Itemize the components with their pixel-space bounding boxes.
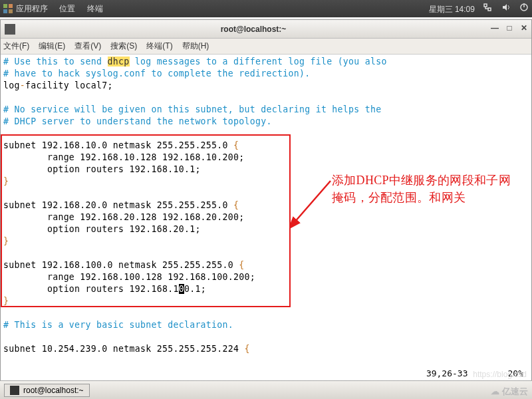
clock[interactable]: 星期三 14:09 <box>429 5 475 14</box>
maximize-button[interactable]: □ <box>502 23 517 35</box>
svg-rect-1 <box>9 4 13 8</box>
places-menu[interactable]: 位置 <box>59 4 75 13</box>
menu-help[interactable]: 帮助(H) <box>182 41 209 52</box>
taskbar-item-terminal[interactable]: root@localhost:~ <box>4 384 90 397</box>
svg-rect-3 <box>9 9 13 13</box>
svg-line-6 <box>295 181 331 222</box>
apps-menu[interactable]: 应用程序 <box>16 4 48 13</box>
menu-view[interactable]: 查看(V) <box>74 41 101 52</box>
menu-edit[interactable]: 编辑(E) <box>39 41 65 52</box>
menu-file[interactable]: 文件(F) <box>3 41 29 52</box>
window-titlebar[interactable]: root@localhost:~ — □ ✕ <box>1 20 531 39</box>
terminal-menubar: 文件(F) 编辑(E) 查看(V) 搜索(S) 终端(T) 帮助(H) <box>1 39 531 55</box>
svg-rect-2 <box>3 9 7 13</box>
bottom-taskbar: root@localhost:~ <box>0 380 532 399</box>
cursor-position: 39,26-33 <box>426 368 468 378</box>
annotation-arrow-icon <box>291 178 333 229</box>
gnome-top-panel: 应用程序 位置 终端 星期三 14:09 <box>0 0 532 17</box>
minimize-button[interactable]: — <box>487 23 502 35</box>
close-button[interactable]: ✕ <box>517 23 531 35</box>
top-right-group: 星期三 14:09 <box>424 3 529 15</box>
site-logo: ☁ 亿速云 <box>491 386 528 398</box>
terminal-body[interactable]: # Use this to send dhcp log messages to … <box>1 55 531 367</box>
editor-status-line: 39,26-33 20% <box>1 367 531 381</box>
search-highlight: dhcp <box>108 57 130 66</box>
watermark: https://blog.csd <box>473 370 527 379</box>
terminal-window: root@localhost:~ — □ ✕ 文件(F) 编辑(E) 查看(V)… <box>0 19 532 382</box>
network-icon[interactable] <box>482 3 493 14</box>
terminal-icon <box>10 386 19 395</box>
annotation-text: 添加DHCP中继服务的网段和子网掩码，分配范围。和网关 <box>332 172 511 206</box>
svg-rect-0 <box>3 4 7 8</box>
terminal-menu[interactable]: 终端 <box>87 4 103 13</box>
apps-menu-icon[interactable] <box>3 3 13 14</box>
volume-icon[interactable] <box>501 3 511 14</box>
window-title: root@localhost:~ <box>19 25 487 34</box>
top-menu-group: 应用程序 位置 终端 <box>16 3 112 15</box>
terminal-app-icon <box>5 24 15 35</box>
menu-search[interactable]: 搜索(S) <box>110 41 137 52</box>
taskbar-item-label: root@localhost:~ <box>23 386 84 395</box>
menu-terminal[interactable]: 终端(T) <box>146 41 172 52</box>
annotation-box <box>1 134 291 307</box>
power-icon[interactable] <box>519 3 529 14</box>
